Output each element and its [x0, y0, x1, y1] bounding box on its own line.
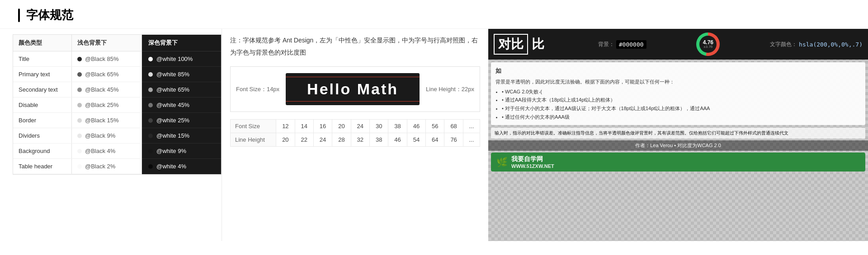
light-rows: Title @Black 85% Primary text @Black 65%… [13, 51, 142, 174]
light-val-text: @Black 2% [85, 163, 115, 170]
line-height-label: Line Height：22px [426, 85, 474, 93]
page-title: 字体规范 [26, 7, 73, 23]
table-row: Table header @Black 2% [13, 159, 142, 174]
dot-icon [77, 103, 82, 107]
dark-rows: @white 100% @white 85% @white 65% @white… [142, 51, 221, 174]
contrast-author: 作者：Lea Verou • 对比度为WCAG 2.0 [488, 140, 868, 151]
fg-value-group: 文字颜色： hsla(200,0%,0%,.7) [770, 41, 863, 48]
dark-table-row: @white 4% [142, 159, 221, 174]
row-type: Table header [13, 159, 72, 174]
row-type: Background [13, 144, 72, 158]
col1-header: 颜色类型 [13, 35, 72, 51]
contrast-char: 比 [528, 35, 548, 54]
table-row: Secondary text @Black 45% [13, 82, 142, 97]
dark-val-text: @white 15% [156, 132, 189, 139]
hello-math-text: Hello Math [307, 80, 398, 98]
contrast-title: 对比 [494, 34, 528, 55]
light-cols: 颜色类型 浅色背景下 Title @Black 85% Primary text… [13, 35, 142, 174]
dark-table-row: @white 45% [142, 97, 221, 113]
font-size-cell: 16 [313, 120, 332, 133]
font-size-label: Font Size：14px [236, 85, 279, 93]
brand-text-group: 我要自学网 WWW.51ZXW.NET [511, 155, 554, 169]
dark-col: 深色背景下 @white 100% @white 85% @white 65% … [142, 35, 221, 174]
row-light-val: @Black 85% [72, 51, 142, 66]
dark-val-text: @white 65% [156, 86, 189, 93]
line-height-cell: ... [463, 133, 480, 147]
line-bottom [286, 101, 420, 102]
bg-value: #000000 [616, 40, 646, 49]
row-light-val: @Black 15% [72, 113, 142, 128]
dark-val-text: @white 85% [156, 71, 189, 78]
light-val-text: @Black 15% [85, 117, 119, 124]
contrast-note: 输入时，指示的对比率错误差。准确标注指导信息，当将半透明颜色做评背景时，其有误差… [491, 128, 865, 139]
main-content: 颜色类型 浅色背景下 Title @Black 85% Primary text… [0, 29, 868, 241]
table-row: Dividers @Black 9% [13, 128, 142, 144]
font-size-cell: 56 [426, 120, 444, 133]
brand-badge: 🌿 我要自学网 WWW.51ZXW.NET [491, 153, 865, 172]
dark-table-row: @white 85% [142, 67, 221, 82]
line-height-label: Line Height [231, 133, 276, 147]
row-light-val: @Black 65% [72, 67, 142, 82]
row-light-val: @Black 2% [72, 159, 142, 174]
dark-val-text: @white 25% [156, 117, 189, 124]
row-light-val: @Black 4% [72, 144, 142, 158]
dot-icon [77, 88, 82, 92]
dot-icon [77, 57, 82, 61]
dark-table-row: @white 65% [142, 82, 221, 97]
hello-math-box: Hello Math [286, 73, 420, 105]
row-light-val: @Black 45% [72, 82, 142, 97]
brand-url: WWW.51ZXW.NET [511, 163, 554, 169]
dark-dot-icon [148, 118, 153, 123]
hello-math-demo: Font Size：14px Hello Math Line Height：22… [230, 66, 480, 112]
line-height-row: Line Height20222428323846546476... [231, 133, 480, 147]
type-table-section: 颜色类型 浅色背景下 Title @Black 85% Primary text… [13, 34, 222, 175]
dark-val-text: @white 9% [156, 148, 186, 154]
font-size-cell: 30 [370, 120, 388, 133]
table-row: Title @Black 85% [13, 51, 142, 67]
row-light-val: @Black 25% [72, 97, 142, 112]
dark-val-text: @white 100% [156, 56, 193, 62]
info-item-3: • 对于任何大小的文本，通过AA级认证；对于大文本（18pt以上或14pt以上的… [502, 104, 861, 113]
font-size-cell: 68 [444, 120, 463, 133]
dark-col-header: 深色背景下 [142, 35, 221, 51]
row-type: Disable [13, 97, 72, 112]
row-light-val: @Black 9% [72, 128, 142, 143]
font-size-cell: ... [463, 120, 480, 133]
font-size-cell: 14 [295, 120, 313, 133]
line-height-cell: 54 [407, 133, 425, 147]
contrast-info-box: 如 背景是半透明的，因此对比度无法验确。根据下面的内容，可能是以下任何一种： •… [491, 62, 865, 125]
dark-val-text: @white 45% [156, 102, 189, 108]
table-row: Border @Black 15% [13, 113, 142, 128]
info-item-4: • 通过任何大小的文本的AAA级 [502, 113, 861, 121]
line-height-cell: 28 [332, 133, 351, 147]
line-height-cell: 46 [388, 133, 407, 147]
dark-dot-icon [148, 103, 153, 107]
font-size-cell: 46 [407, 120, 425, 133]
dark-dot-icon [148, 149, 153, 153]
font-size-label: Font Size [231, 120, 276, 133]
title-bar-decoration [18, 9, 20, 22]
line-height-cell: 20 [276, 133, 295, 147]
info-line-0: 背景是半透明的，因此对比度无法验确。根据下面的内容，可能是以下任何一种： [495, 78, 861, 86]
dark-dot-icon [148, 88, 153, 92]
line-height-cell: 24 [313, 133, 332, 147]
fg-value: hsla(200,0%,0%,.7) [799, 41, 863, 48]
light-val-text: @Black 45% [85, 86, 119, 93]
bg-value-group: 背景： #000000 [598, 40, 646, 49]
note-text: 注：字体规范参考 Ant Design，左为「中性色」安全显示图，中为字号与行高… [230, 34, 480, 58]
dark-table-row: @white 15% [142, 128, 221, 144]
contrast-top-bar: 对比 比 背景： #000000 4.76 ±3.76 文字颜色： hsla(2… [488, 29, 868, 60]
font-size-cell: 38 [388, 120, 407, 133]
light-val-text: @Black 25% [85, 102, 119, 108]
light-val-text: @Black 9% [85, 132, 115, 139]
dark-table-row: @white 25% [142, 113, 221, 128]
contrast-title-group: 对比 比 [494, 34, 548, 55]
dot-icon [77, 149, 82, 153]
score-sub: ±3.76 [703, 45, 712, 49]
col2-header: 浅色背景下 [72, 35, 142, 51]
row-type: Secondary text [13, 82, 72, 97]
brand-name: 我要自学网 [511, 155, 554, 163]
table-row: Background @Black 4% [13, 144, 142, 159]
middle-section: 注：字体规范参考 Ant Design，左为「中性色」安全显示图，中为字号与行高… [222, 29, 488, 241]
info-item-2: • 通过AA段得大文本（18pt以上或14pt以上的粗体） [502, 96, 861, 104]
